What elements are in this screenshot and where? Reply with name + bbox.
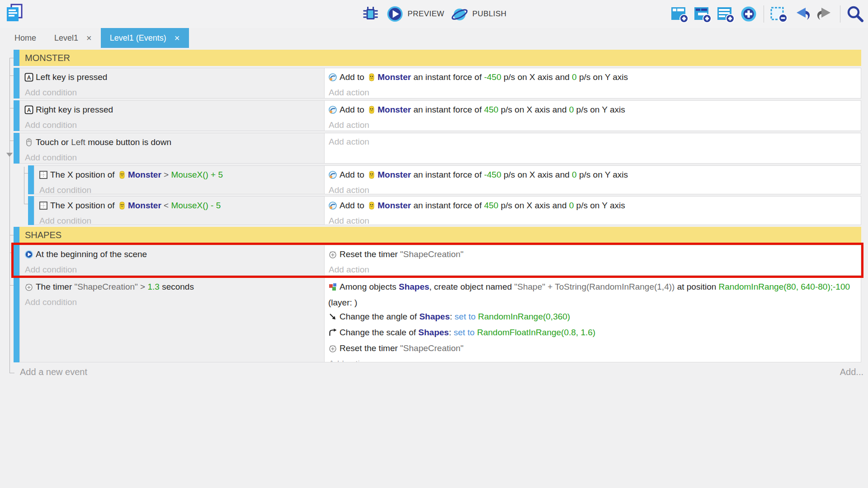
redo-icon[interactable]: [816, 5, 834, 23]
action-text: Change the scale of: [340, 328, 418, 337]
add-action-button[interactable]: Add action: [328, 118, 856, 131]
add-condition-button[interactable]: Add condition: [24, 86, 321, 99]
condition[interactable]: The X position of Monster > MouseX() + 5: [39, 168, 321, 183]
tab-close-icon[interactable]: ×: [86, 33, 92, 42]
event-row[interactable]: The X position of Monster < MouseX() - 5…: [28, 196, 861, 225]
action[interactable]: Among objects Shapes, create object name…: [328, 280, 856, 310]
action[interactable]: Change the scale of Shapes: set to Rando…: [328, 325, 856, 341]
tab-close-icon[interactable]: ×: [175, 33, 180, 42]
angle-icon: [328, 311, 337, 325]
action-text: set to: [453, 328, 477, 337]
action-text: 0: [569, 105, 574, 114]
event-row[interactable]: The timer "ShapeCreation" > 1.3 secondsA…: [14, 277, 861, 362]
action[interactable]: Add to Monster an instant force of 450 p…: [328, 198, 856, 214]
actions-cell[interactable]: Add to Monster an instant force of -450 …: [324, 165, 861, 194]
events-toolbar: [670, 5, 864, 23]
add-action-button[interactable]: Add action: [328, 183, 856, 194]
condition[interactable]: ALeft key is pressed: [24, 70, 321, 86]
event-row[interactable]: Touch or Left mouse button is downAdd co…: [14, 133, 861, 164]
debugger-icon[interactable]: [362, 5, 380, 23]
action-text: 0: [572, 72, 577, 82]
app-logo-icon[interactable]: [5, 3, 24, 25]
tab-level1-events-[interactable]: Level1 (Events)×: [101, 28, 189, 48]
tab-home[interactable]: Home: [5, 28, 45, 48]
event-group-row[interactable]: SHAPES: [14, 227, 861, 243]
action-text: 0: [569, 201, 574, 210]
search-icon[interactable]: [846, 5, 864, 23]
add-condition-button[interactable]: Add condition: [24, 151, 321, 164]
add-action-button[interactable]: Add action: [328, 263, 856, 276]
action-text: Monster: [377, 201, 411, 210]
keyboard-key-icon: A: [24, 104, 33, 118]
conditions-cell[interactable]: ARight key is pressedAdd condition: [19, 100, 324, 131]
add-comment-icon[interactable]: [717, 5, 735, 23]
event-group-row[interactable]: MONSTER: [14, 50, 861, 66]
action[interactable]: Add to Monster an instant force of 450 p…: [328, 103, 856, 118]
actions-cell[interactable]: Add to Monster an instant force of 450 p…: [324, 100, 861, 131]
action-text: :: [450, 312, 455, 321]
add-condition-button[interactable]: Add condition: [39, 214, 321, 225]
add-condition-button[interactable]: Add condition: [24, 118, 321, 131]
group-label: SHAPES: [19, 227, 861, 243]
action-text: Add to: [340, 201, 367, 210]
action[interactable]: Change the angle of Shapes: set to Rando…: [328, 310, 856, 325]
undo-icon[interactable]: [793, 5, 811, 23]
actions-cell[interactable]: Reset the timer "ShapeCreation"Add actio…: [324, 245, 861, 276]
force-icon: [328, 72, 337, 86]
action[interactable]: Reset the timer "ShapeCreation": [328, 247, 856, 263]
conditions-cell[interactable]: The timer "ShapeCreation" > 1.3 secondsA…: [19, 277, 324, 362]
add-more-button[interactable]: Add...: [840, 367, 863, 377]
create-object-icon: [328, 282, 337, 296]
actions-cell[interactable]: Add to Monster an instant force of 450 p…: [324, 196, 861, 225]
tree-line: [9, 141, 14, 141]
tree-line: [9, 75, 14, 76]
add-event-icon[interactable]: [670, 5, 689, 23]
add-circle-icon[interactable]: [740, 5, 758, 23]
condition[interactable]: The timer "ShapeCreation" > 1.3 seconds: [24, 280, 321, 296]
actions-cell[interactable]: Add action: [324, 133, 861, 164]
condition[interactable]: The X position of Monster < MouseX() - 5: [39, 198, 321, 214]
monster-icon: [367, 200, 376, 214]
delete-selection-icon[interactable]: [770, 5, 788, 23]
action[interactable]: Add to Monster an instant force of -450 …: [328, 70, 856, 86]
monster-icon: [367, 104, 376, 118]
add-action-button[interactable]: Add action: [328, 214, 856, 225]
action[interactable]: Add to Monster an instant force of -450 …: [328, 168, 856, 183]
conditions-cell[interactable]: ALeft key is pressedAdd condition: [19, 68, 324, 99]
actions-cell[interactable]: Among objects Shapes, create object name…: [324, 277, 861, 362]
condition[interactable]: At the beginning of the scene: [24, 247, 321, 263]
scale-icon: [328, 327, 337, 341]
tree-expander-icon[interactable]: [6, 153, 13, 157]
add-new-event-button[interactable]: Add a new event: [20, 367, 87, 377]
event-row[interactable]: At the beginning of the sceneAdd conditi…: [14, 245, 861, 276]
publish-button[interactable]: PUBLISH: [451, 5, 507, 23]
conditions-cell[interactable]: The X position of Monster > MouseX() + 5…: [34, 165, 324, 194]
preview-button[interactable]: PREVIEW: [386, 5, 444, 23]
conditions-cell[interactable]: Touch or Left mouse button is downAdd co…: [19, 133, 324, 164]
conditions-cell[interactable]: At the beginning of the sceneAdd conditi…: [19, 245, 324, 276]
add-action-button[interactable]: Add action: [328, 357, 856, 362]
add-condition-button[interactable]: Add condition: [39, 183, 321, 194]
event-row[interactable]: ARight key is pressedAdd conditionAdd to…: [14, 100, 861, 131]
condition[interactable]: Touch or Left mouse button is down: [24, 135, 321, 151]
add-action-button[interactable]: Add action: [328, 86, 856, 99]
condition-text: Monster: [128, 170, 161, 179]
action-text: Change the angle of: [340, 312, 419, 321]
tab-level1[interactable]: Level1×: [45, 28, 101, 48]
condition[interactable]: ARight key is pressed: [24, 103, 321, 118]
timer-icon: [328, 249, 337, 263]
action-text: -450: [484, 72, 501, 82]
timer-icon: [24, 282, 33, 296]
action-text: "ShapeCreation": [400, 343, 463, 353]
action-text: 0: [572, 170, 577, 179]
action[interactable]: Reset the timer "ShapeCreation": [328, 341, 856, 357]
tree-line: [9, 58, 14, 58]
event-row[interactable]: ALeft key is pressedAdd conditionAdd to …: [14, 68, 861, 99]
event-row[interactable]: The X position of Monster > MouseX() + 5…: [28, 165, 861, 194]
add-condition-button[interactable]: Add condition: [24, 263, 321, 276]
conditions-cell[interactable]: The X position of Monster < MouseX() - 5…: [34, 196, 324, 225]
actions-cell[interactable]: Add to Monster an instant force of -450 …: [324, 68, 861, 99]
add-action-button[interactable]: Add action: [328, 135, 856, 149]
add-subevent-icon[interactable]: [693, 5, 712, 23]
add-condition-button[interactable]: Add condition: [24, 296, 321, 309]
